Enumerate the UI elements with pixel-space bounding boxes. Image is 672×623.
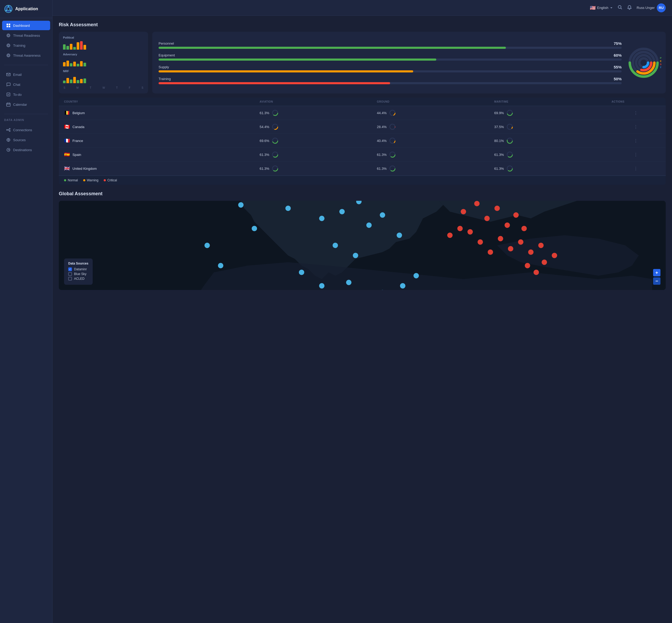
country-name-spain: Spain <box>72 153 81 157</box>
svg-point-98 <box>533 269 539 275</box>
legend-dot-normal <box>64 179 66 181</box>
avatar-initials: RU <box>659 6 664 10</box>
ds-acled-checkbox[interactable] <box>68 277 72 280</box>
political-label: Political <box>63 36 144 39</box>
col-aviation: AVIATION <box>260 100 377 103</box>
legend-warning: Warning <box>83 178 98 182</box>
sidebar-item-sources[interactable]: Sources <box>2 135 50 145</box>
supply-bar-bg <box>158 70 622 72</box>
flag-canada: 🇨🇦 <box>64 124 70 130</box>
main-content: Risk Assessment Political Adversary <box>53 16 672 623</box>
tools-nav: Email Chat To-do Calendar <box>0 67 52 112</box>
sidebar-item-chat-label: Chat <box>13 83 20 87</box>
svg-point-70 <box>340 209 345 214</box>
country-table: COUNTRY AVIATION GROUND MARITIME ACTIONS… <box>59 98 666 185</box>
table-row: 🇨🇦 Canada 54.4% 28.4% 37.5% ⋮ <box>59 120 666 134</box>
bar-chart-card: Political Adversary <box>59 32 148 93</box>
pest-e: E <box>660 60 662 62</box>
equipment-row: Equipment 60% <box>158 53 622 61</box>
equipment-bar-bg <box>158 59 622 61</box>
global-assessment-title: Global Assessment <box>59 191 666 197</box>
sidebar-item-chat[interactable]: Chat <box>2 80 50 89</box>
metrics-card: Personnel 75% Equipment 60% <box>152 32 666 93</box>
notifications-button[interactable] <box>627 5 632 11</box>
personnel-bar-bg <box>158 47 622 49</box>
svg-line-25 <box>621 8 622 9</box>
training-bar-fill <box>158 82 390 84</box>
adversary-label: Adversary <box>63 53 144 56</box>
sidebar-item-threat-readiness-label: Threat Readiness <box>13 34 40 37</box>
sidebar-item-todo[interactable]: To-do <box>2 90 50 99</box>
country-name-uk: United Kingdom <box>72 167 97 171</box>
sidebar-item-destinations[interactable]: Destinations <box>2 145 50 154</box>
aviation-france: 69.6% <box>260 137 377 144</box>
actions-canada[interactable]: ⋮ <box>612 124 661 129</box>
adversary-bars <box>63 57 144 66</box>
data-sources-legend: Data Sources Dataminr Blue Sky ACLED <box>64 259 93 285</box>
svg-point-12 <box>7 44 10 47</box>
sidebar-item-dashboard[interactable]: Dashboard <box>2 21 50 30</box>
language-selector[interactable]: 🇺🇸 English <box>590 5 613 11</box>
supply-value: 55% <box>614 65 622 69</box>
personnel-label: Personnel <box>158 41 174 46</box>
actions-france[interactable]: ⋮ <box>612 138 661 143</box>
ds-bluesky-checkbox[interactable] <box>68 272 72 276</box>
sidebar-item-destinations-label: Destinations <box>13 148 32 152</box>
nav-divider-1 <box>4 65 48 65</box>
sidebar-item-threat-readiness[interactable]: Threat Readiness <box>2 31 50 40</box>
ground-value-uk: 61.3% <box>377 167 387 171</box>
sidebar-item-training[interactable]: Training <box>2 41 50 50</box>
svg-point-69 <box>319 216 325 221</box>
svg-point-81 <box>474 201 479 206</box>
sidebar-item-training-label: Training <box>13 43 25 48</box>
svg-point-105 <box>346 280 351 285</box>
ground-value-france: 40.4% <box>377 139 387 143</box>
sidebar-item-threat-awareness[interactable]: Threat Awareness <box>2 51 50 60</box>
user-profile[interactable]: Russ Unger RU <box>637 3 666 12</box>
actions-belgium[interactable]: ⋮ <box>612 111 661 116</box>
ds-bluesky[interactable]: Blue Sky <box>68 272 88 276</box>
actions-spain[interactable]: ⋮ <box>612 152 661 157</box>
maritime-value-canada: 37.5% <box>494 125 504 129</box>
zoom-out-button[interactable]: − <box>653 277 661 285</box>
search-button[interactable] <box>618 5 622 11</box>
svg-point-21 <box>9 130 10 131</box>
svg-rect-18 <box>6 103 10 106</box>
svg-point-80 <box>461 209 466 214</box>
svg-point-99 <box>525 263 530 268</box>
data-sources-title: Data Sources <box>68 262 88 265</box>
ds-dataminr[interactable]: Dataminr <box>68 267 88 271</box>
svg-point-77 <box>332 243 338 248</box>
ds-bluesky-label: Blue Sky <box>74 272 86 276</box>
ds-dataminr-checkbox[interactable] <box>68 267 72 271</box>
map-card: Data Sources Dataminr Blue Sky ACLED <box>59 201 666 290</box>
sidebar-item-dashboard-label: Dashboard <box>13 24 30 28</box>
sidebar-item-email[interactable]: Email <box>2 70 50 79</box>
personnel-value: 75% <box>614 41 622 46</box>
table-legend: Normal Warning Critical <box>59 176 666 185</box>
sidebar-item-connections[interactable]: Connections <box>2 125 50 135</box>
sidebar-item-todo-label: To-do <box>13 93 22 96</box>
svg-point-82 <box>484 216 490 221</box>
sidebar-item-email-label: Email <box>13 73 22 77</box>
main-nav: Dashboard Threat Readiness Training Thre… <box>0 18 52 63</box>
svg-point-74 <box>252 226 257 232</box>
country-cell-canada: 🇨🇦 Canada <box>64 124 260 130</box>
ds-acled[interactable]: ACLED <box>68 277 88 280</box>
pest-p: P <box>660 57 662 59</box>
legend-dot-critical <box>104 179 106 181</box>
donut-chart <box>628 47 660 79</box>
country-cell-france: 🇫🇷 France <box>64 138 260 144</box>
svg-point-42 <box>390 124 395 129</box>
sidebar-item-calendar-label: Calendar <box>13 102 27 107</box>
zoom-in-button[interactable]: + <box>653 269 661 276</box>
svg-point-96 <box>447 233 453 238</box>
sidebar-item-calendar[interactable]: Calendar <box>2 100 50 109</box>
actions-uk[interactable]: ⋮ <box>612 166 661 171</box>
svg-point-11 <box>8 35 9 36</box>
col-maritime: MARITIME <box>494 100 612 103</box>
equipment-value: 60% <box>614 53 622 57</box>
country-name-belgium: Belgium <box>72 111 85 115</box>
maritime-spain: 61.3% <box>494 151 612 158</box>
table-row: 🇪🇸 Spain 61.3% 61.3% 61.3% ⋮ <box>59 148 666 162</box>
